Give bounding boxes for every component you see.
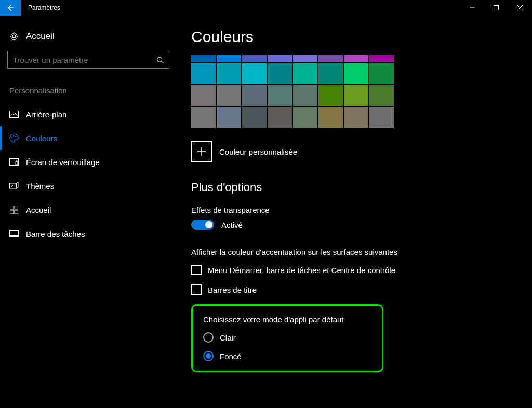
plus-icon [197,147,206,156]
color-swatch[interactable] [369,63,394,84]
search-icon [156,56,164,64]
color-swatch[interactable] [344,63,368,84]
svg-rect-9 [10,206,14,209]
minimize-icon [470,5,475,10]
svg-point-3 [11,137,12,138]
radio-label: Clair [220,333,236,342]
maximize-button[interactable] [484,0,508,16]
arrow-left-icon [6,4,15,12]
svg-rect-0 [494,6,499,10]
transparency-label: Effets de transparence [191,206,532,214]
image-icon [9,111,19,118]
lockscreen-icon [9,158,19,166]
custom-color-label: Couleur personnalisée [219,147,297,156]
color-swatch[interactable] [217,85,241,106]
svg-rect-10 [15,206,18,209]
color-swatch[interactable] [242,107,267,128]
taskbar-icon [9,230,19,237]
color-swatch[interactable] [293,63,317,84]
color-swatch[interactable] [242,63,267,84]
color-swatch[interactable] [293,55,317,62]
category-header: Personnalisation [7,86,169,95]
start-icon [9,206,19,214]
app-mode-label: Choisissez votre mode d'appli par défaut [203,315,371,324]
radio-icon [203,332,214,343]
color-swatch[interactable] [217,107,241,128]
color-swatch[interactable] [242,55,267,62]
color-swatch[interactable] [293,107,317,128]
checkbox-icon [191,265,202,275]
radio-light[interactable]: Clair [203,332,371,343]
svg-rect-14 [10,235,19,237]
svg-point-5 [15,136,16,137]
highlight-annotation: Choisissez votre mode d'appli par défaut… [191,304,383,372]
window-title: Paramètres [28,4,60,11]
color-swatch[interactable] [191,63,216,84]
home-link[interactable]: Accueil [7,28,169,51]
color-swatch[interactable] [318,85,343,106]
gear-icon [9,32,19,41]
color-swatch[interactable] [369,107,394,128]
toggle-knob [205,221,212,228]
sidebar-item-taskbar[interactable]: Barre des tâches [7,222,169,246]
color-swatch[interactable] [293,85,317,106]
minimize-button[interactable] [460,0,484,16]
color-swatch[interactable] [217,55,241,62]
color-swatch[interactable] [191,85,216,106]
transparency-toggle[interactable] [191,220,214,230]
color-swatch[interactable] [318,107,343,128]
color-swatch[interactable] [268,63,292,84]
color-swatch[interactable] [318,63,343,84]
color-swatch[interactable] [191,107,216,128]
radio-label: Foncé [220,352,242,361]
checkbox-label: Menu Démarrer, barre de tâches et Centre… [208,266,395,275]
sidebar-item-label: Thèmes [26,182,54,191]
checkbox-label: Barres de titre [208,285,257,294]
sidebar-item-start[interactable]: Accueil [7,198,169,222]
color-swatch[interactable] [318,55,343,62]
radio-dark[interactable]: Foncé [203,351,371,361]
titlebar: Paramètres [0,0,532,16]
sidebar-item-background[interactable]: Arrière-plan [7,102,169,126]
color-swatch[interactable] [369,55,394,62]
checkbox-icon [191,284,202,295]
search-input[interactable] [7,51,169,69]
svg-point-1 [157,57,162,62]
sidebar-item-label: Couleurs [26,134,57,143]
more-options-header: Plus d'options [191,181,532,194]
checkbox-start-taskbar[interactable]: Menu Démarrer, barre de tâches et Centre… [191,265,532,275]
search-field[interactable] [13,56,156,64]
sidebar-item-label: Écran de verrouillage [26,158,100,167]
color-swatch[interactable] [344,55,368,62]
sidebar-item-label: Arrière-plan [26,110,66,119]
svg-point-4 [13,135,14,137]
sidebar-item-themes[interactable]: Thèmes [7,174,169,198]
color-swatch[interactable] [268,55,292,62]
home-label: Accueil [26,31,55,42]
custom-color-button[interactable] [191,141,212,162]
color-swatch[interactable] [344,85,368,106]
svg-rect-7 [16,162,18,165]
color-swatch[interactable] [217,63,241,84]
svg-rect-11 [10,210,14,214]
radio-icon [203,351,214,361]
svg-rect-2 [10,111,19,118]
close-button[interactable] [508,0,532,16]
color-swatch[interactable] [268,85,292,106]
color-swatch-grid [191,55,532,128]
color-swatch[interactable] [242,85,267,106]
color-swatch[interactable] [344,107,368,128]
page-title: Couleurs [191,28,532,46]
color-swatch[interactable] [268,107,292,128]
sidebar-item-lockscreen[interactable]: Écran de verrouillage [7,150,169,174]
color-swatch[interactable] [191,55,216,62]
back-button[interactable] [0,0,21,16]
checkbox-title-bars[interactable]: Barres de titre [191,284,532,295]
maximize-icon [494,5,499,10]
color-swatch[interactable] [369,85,394,106]
sidebar-item-label: Accueil [26,206,51,214]
svg-rect-12 [15,210,18,214]
sidebar-item-colors[interactable]: Couleurs [7,126,169,150]
palette-icon [9,133,19,143]
transparency-state: Activé [221,221,243,229]
